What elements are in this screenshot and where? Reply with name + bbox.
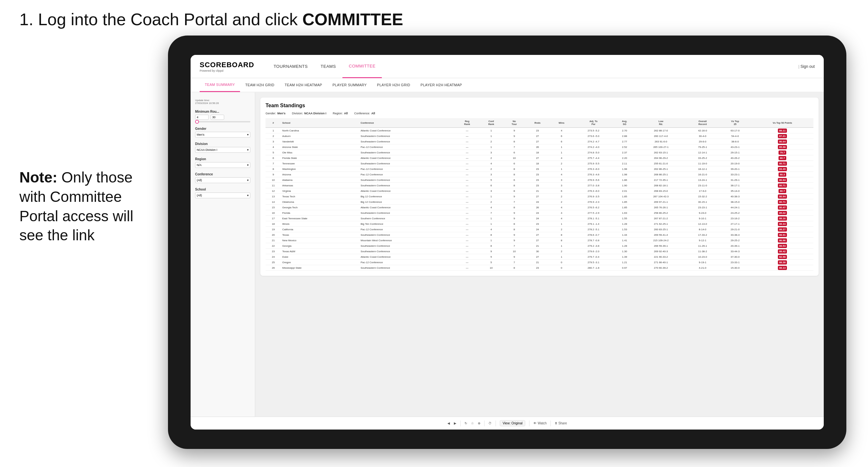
gender-select[interactable]: Men's ▾ [195, 132, 250, 137]
data-cell: 21 [525, 260, 550, 265]
content-area: Team Standings Gender: Men's Division: N… [255, 92, 824, 416]
data-cell: 9-24-0 [686, 210, 719, 216]
data-cell: — [455, 133, 479, 139]
data-cell: — [455, 144, 479, 150]
data-cell: 9-19-1 [686, 260, 719, 265]
note-bold: Note: [20, 169, 58, 186]
gender-section: Gender Men's ▾ [195, 127, 250, 137]
data-cell: 23 [525, 166, 550, 172]
subnav-player-h2h-heatmap[interactable]: PLAYER H2H HEATMAP [415, 78, 467, 92]
top50-cell: 83.49 [751, 166, 813, 172]
col-adj-par: Adj. ToPar [574, 118, 614, 128]
data-cell: North Carolina [281, 128, 359, 133]
data-cell: — [455, 150, 479, 155]
col-vs-top25: Vs Top25 [719, 118, 751, 128]
toolbar-time[interactable]: ⏱ [489, 422, 492, 425]
data-cell: 8-14-0 [686, 227, 719, 232]
division-label: Division [195, 142, 250, 146]
rank-cell: 3 [266, 139, 281, 144]
data-cell: 30-15-1 [686, 199, 719, 205]
division-select[interactable]: NCAA Division I ▾ [195, 147, 250, 153]
nav-tournaments[interactable]: TOURNAMENTS [267, 55, 314, 78]
data-cell: 265 100-27-1 [636, 144, 686, 150]
data-cell: 27 [525, 155, 550, 161]
data-cell: Oregon [281, 260, 359, 265]
data-cell: 11-19-0 [686, 161, 719, 166]
data-cell: 2.88 [614, 133, 636, 139]
data-cell: Georgia [281, 243, 359, 249]
watch-button[interactable]: 👁 Watch [533, 422, 547, 425]
subnav-team-h2h-heatmap[interactable]: TEAM H2H HEATMAP [279, 78, 327, 92]
data-cell: 36-17-1 [719, 183, 751, 188]
toolbar-forward[interactable]: ▶ [454, 422, 457, 425]
max-rounds-input[interactable]: 30 [211, 115, 224, 120]
data-cell: 4 [550, 210, 574, 216]
top50-cell: 79.7 [751, 150, 813, 155]
data-cell: 63-17-0 [719, 128, 751, 133]
data-cell: 0 [550, 265, 574, 271]
nav-committee[interactable]: COMMITTEE [342, 55, 382, 78]
data-cell: Virginia [281, 188, 359, 194]
data-cell: Florida [281, 210, 359, 216]
sign-out-button[interactable]: Sign out [799, 64, 815, 69]
data-cell: 11-29-1 [686, 243, 719, 249]
rank-cell: 19 [266, 227, 281, 232]
subnav-player-summary[interactable]: PLAYER SUMMARY [327, 78, 372, 92]
rank-cell: 10 [266, 177, 281, 183]
table-row: 22GeorgiaSoutheastern Conference—8721127… [266, 243, 813, 249]
data-cell: 263 91-6-0 [636, 139, 686, 144]
table-row: 16FloridaSoutheastern Conference—7924427… [266, 210, 813, 216]
subnav-team-summary[interactable]: TEAM SUMMARY [199, 78, 240, 92]
data-cell: 264 96-29-2 [636, 155, 686, 161]
data-cell: 7 [503, 243, 525, 249]
data-cell: 262 86-25-1 [636, 166, 686, 172]
data-cell: 266 59-39-1 [636, 243, 686, 249]
data-cell: 1.98 [614, 172, 636, 177]
data-cell: 38-15-0 [719, 199, 751, 205]
toolbar-copy[interactable]: ⊕ [478, 422, 480, 425]
data-cell: 9 [503, 232, 525, 238]
region-select[interactable]: N/A ▾ [195, 162, 250, 168]
data-cell: 279.6 -2.0 [574, 249, 614, 254]
rank-cell: 8 [266, 166, 281, 172]
conference-filter-val: All [371, 112, 375, 115]
toolbar-back[interactable]: ◀ [447, 422, 450, 425]
subnav-player-h2h-grid[interactable]: PLAYER H2H GRID [372, 78, 415, 92]
rank-cell: 1 [266, 128, 281, 133]
top50-cell: 80.71 [751, 199, 813, 205]
data-cell: 23 [525, 183, 550, 188]
subnav-team-h2h-grid[interactable]: TEAM H2H GRID [240, 78, 279, 92]
data-cell: 4 [479, 205, 503, 210]
rank-cell: 13 [266, 194, 281, 199]
data-cell: 17-33-2 [686, 232, 719, 238]
data-cell: 2 [550, 194, 574, 199]
view-original-button[interactable]: View: Original [500, 420, 526, 426]
data-cell: — [455, 177, 479, 183]
logo-sub-text: Powered by clippd [199, 69, 254, 72]
sub-navigation: TEAM SUMMARY TEAM H2H GRID TEAM H2H HEAT… [191, 78, 824, 92]
data-cell: 3 [479, 172, 503, 177]
data-cell: Arizona [281, 172, 359, 177]
data-cell: 4 [479, 161, 503, 166]
share-button[interactable]: ⬆ Share [555, 422, 567, 425]
rounds-slider[interactable] [195, 121, 250, 122]
update-label: Update time: [195, 99, 210, 102]
data-cell: Southeastern Conference [359, 161, 455, 166]
min-rounds-input[interactable]: 4 [195, 115, 209, 120]
data-cell: 2.70 [614, 128, 636, 133]
data-cell: 279.1 -1.4 [574, 221, 614, 227]
table-row: 2AuburnSoutheastern Conference—19276273.… [266, 133, 813, 139]
data-cell: 7 [503, 260, 525, 265]
nav-teams[interactable]: TEAMS [314, 55, 342, 78]
data-cell: Mountain West Conference [359, 238, 455, 243]
slider-thumb[interactable] [195, 120, 199, 124]
data-cell: Duke [281, 254, 359, 260]
conference-select[interactable]: (All) ▾ [195, 177, 250, 183]
toolbar-bookmark[interactable]: ☆ [471, 422, 474, 425]
school-select[interactable]: (All) ▾ [195, 192, 250, 198]
data-cell: 1 [550, 243, 574, 249]
toolbar-refresh[interactable]: ↻ [465, 422, 467, 425]
rank-cell: 14 [266, 199, 281, 205]
rank-cell: 4 [266, 144, 281, 150]
data-cell: 277.0 -3.8 [574, 183, 614, 188]
